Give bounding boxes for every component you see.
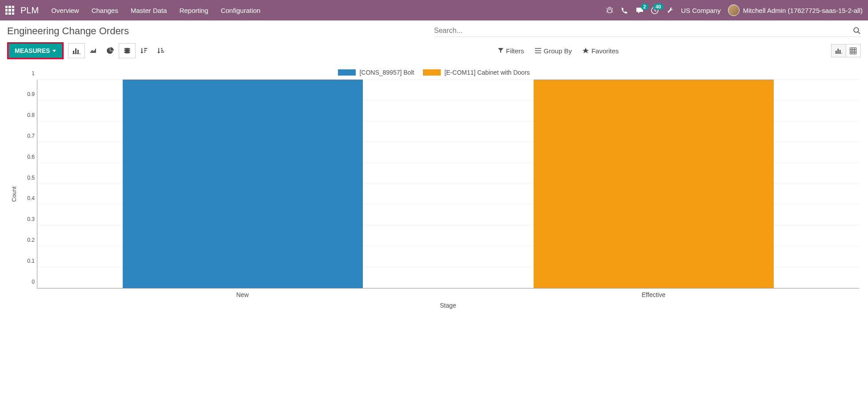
nav-changes[interactable]: Changes [92, 7, 118, 14]
svg-rect-3 [75, 48, 76, 54]
legend-swatch-1 [423, 69, 441, 76]
stacked-button[interactable] [119, 43, 136, 58]
bar[interactable] [123, 80, 363, 288]
user-menu[interactable]: Mitchell Admin (17627725-saas-15-2-all) [728, 4, 863, 16]
filters-button[interactable]: Filters [498, 47, 524, 55]
svg-point-7 [124, 52, 130, 53]
nav-configuration[interactable]: Configuration [221, 7, 260, 14]
y-tick: 0.6 [20, 154, 35, 160]
y-tick: 0.8 [20, 112, 35, 118]
bug-icon[interactable] [606, 6, 614, 14]
messages-badge: 2 [641, 4, 648, 10]
svg-rect-8 [836, 51, 837, 53]
svg-rect-11 [850, 48, 856, 54]
y-tick: 0.5 [20, 175, 35, 181]
sort-desc-button[interactable] [136, 43, 153, 58]
activities-icon[interactable]: 40 [651, 6, 659, 14]
search-icon[interactable] [853, 27, 861, 35]
avatar [728, 4, 739, 16]
chart-plot: 00.10.20.30.40.50.60.70.80.91 [37, 80, 859, 289]
x-tick: Effective [448, 289, 860, 298]
phone-icon[interactable] [621, 6, 629, 14]
svg-point-5 [124, 48, 130, 50]
svg-point-1 [854, 28, 859, 32]
app-brand[interactable]: PLM [20, 5, 39, 16]
x-tick: New [37, 289, 448, 298]
favorites-label: Favorites [591, 47, 619, 55]
favorites-button[interactable]: Favorites [583, 47, 619, 55]
tools-icon[interactable] [666, 6, 674, 14]
pivot-view-button[interactable] [846, 44, 861, 57]
chart-container: [CONS_89957] Bolt [E-COM11] Cabinet with… [0, 64, 868, 318]
legend-label-0: [CONS_89957] Bolt [359, 69, 414, 76]
pie-chart-button[interactable] [102, 43, 119, 58]
svg-rect-10 [840, 50, 841, 53]
svg-point-6 [124, 50, 130, 52]
caret-down-icon [52, 50, 56, 52]
user-name: Mitchell Admin (17627725-saas-15-2-all) [743, 7, 863, 14]
measures-label: MEASURES [15, 47, 50, 54]
svg-rect-4 [77, 50, 79, 54]
legend-item-1[interactable]: [E-COM11] Cabinet with Doors [423, 69, 530, 76]
x-ticks: NewEffective [37, 289, 859, 298]
x-axis-label: Stage [37, 302, 859, 309]
y-tick: 0.7 [20, 133, 35, 139]
company-selector[interactable]: US Company [681, 7, 721, 14]
nav-reporting[interactable]: Reporting [179, 7, 208, 14]
y-axis-label: Count [9, 80, 19, 309]
y-tick: 0.9 [20, 91, 35, 97]
control-panel: Engineering Change Orders MEASURES [0, 20, 868, 64]
nav-right: 2 40 US Company Mitchell Admin (17627725… [606, 4, 863, 16]
view-switcher [832, 44, 861, 57]
page-title: Engineering Change Orders [7, 25, 129, 37]
y-tick: 0.4 [20, 195, 35, 201]
sort-asc-button[interactable] [153, 43, 169, 58]
measures-button[interactable]: MEASURES [7, 42, 64, 59]
bar-chart-button[interactable] [68, 43, 85, 58]
y-tick: 0.2 [20, 237, 35, 243]
bar-group [37, 80, 448, 288]
graph-view-button[interactable] [831, 44, 846, 57]
apps-icon[interactable] [5, 6, 14, 15]
bar[interactable] [534, 80, 774, 288]
svg-rect-9 [837, 49, 839, 54]
y-tick: 0.3 [20, 216, 35, 222]
search-options: Filters Group By Favorites [382, 47, 619, 55]
line-chart-button[interactable] [85, 43, 102, 58]
bar-group [448, 80, 859, 288]
y-tick: 1 [20, 70, 35, 76]
messages-icon[interactable]: 2 [636, 6, 644, 14]
search-input[interactable] [434, 27, 853, 35]
nav-master-data[interactable]: Master Data [131, 7, 167, 14]
filters-label: Filters [506, 47, 524, 55]
legend-item-0[interactable]: [CONS_89957] Bolt [338, 69, 414, 76]
nav-overview[interactable]: Overview [51, 7, 79, 14]
legend-label-1: [E-COM11] Cabinet with Doors [444, 69, 530, 76]
chart-type-group [68, 43, 169, 58]
activities-badge: 40 [653, 4, 663, 10]
y-tick: 0.1 [20, 258, 35, 264]
groupby-label: Group By [544, 47, 572, 55]
nav-menu: Overview Changes Master Data Reporting C… [51, 7, 261, 14]
top-navbar: PLM Overview Changes Master Data Reporti… [0, 0, 868, 20]
groupby-button[interactable]: Group By [535, 47, 572, 55]
chart-legend: [CONS_89957] Bolt [E-COM11] Cabinet with… [9, 69, 859, 76]
svg-rect-2 [73, 51, 74, 54]
y-tick: 0 [20, 279, 35, 285]
search-bar [434, 25, 861, 37]
legend-swatch-0 [338, 69, 356, 76]
